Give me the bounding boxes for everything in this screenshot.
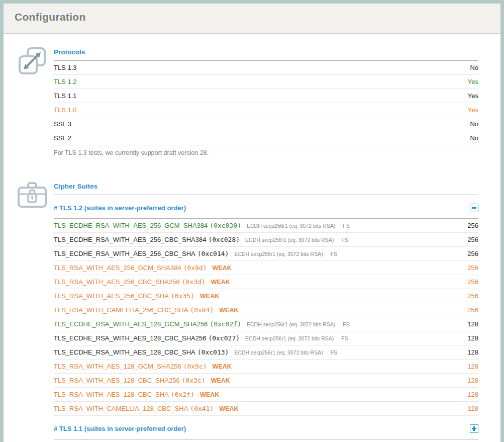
weak-badge: WEAK bbox=[219, 405, 238, 412]
cipher-strength-value: 256 bbox=[467, 250, 478, 257]
cipher-strength-value: 128 bbox=[467, 320, 478, 328]
cipher-suite-name: TLS_RSA_WITH_AES_256_CBC_SHA bbox=[54, 292, 169, 300]
cipher-suite-row: TLS_RSA_WITH_AES_128_CBC_SHA(0x2f)WEAK12… bbox=[54, 388, 478, 402]
cipher-suite-row: TLS_RSA_WITH_AES_256_CBC_SHA256(0x3d)WEA… bbox=[54, 275, 478, 289]
protocol-row: TLS 1.3No bbox=[54, 61, 478, 75]
cipher-suite-code: (0x3d) bbox=[182, 278, 206, 286]
briefcase-lock-icon bbox=[18, 182, 47, 210]
cipher-suite-detail: ECDH secp256r1 (eq. 3072 bits RSA) bbox=[247, 223, 335, 229]
protocol-row: TLS 1.2Yes bbox=[54, 75, 478, 89]
forward-secrecy-label: FS bbox=[343, 223, 349, 229]
cipher-suite-name: TLS_RSA_WITH_AES_128_GCM_SHA256 bbox=[54, 363, 181, 370]
cipher-suite-code: (0xc027) bbox=[208, 334, 240, 342]
cipher-suite-main: TLS_ECDHE_RSA_WITH_AES_256_CBC_SHA384(0x… bbox=[54, 236, 348, 243]
cipher-suites-heading: Cipher Suites bbox=[54, 182, 478, 195]
protocol-name: TLS 1.1 bbox=[54, 92, 77, 100]
protocol-row: SSL 2No bbox=[54, 131, 478, 145]
protocol-row: TLS 1.1Yes bbox=[54, 89, 478, 103]
cipher-suite-code: (0x41) bbox=[190, 405, 214, 412]
cipher-suite-row: TLS_RSA_WITH_AES_128_CBC_SHA256(0x3c)WEA… bbox=[54, 374, 478, 388]
weak-badge: WEAK bbox=[213, 264, 232, 272]
configuration-panel: Configuration Protocols TLS 1.3NoTLS 1.2… bbox=[0, 0, 504, 442]
protocols-heading: Protocols bbox=[54, 47, 478, 61]
cipher-suites-content: Cipher Suites # TLS 1.2 (suites in serve… bbox=[54, 182, 478, 442]
protocol-value: Yes bbox=[468, 78, 478, 85]
cipher-suite-code: (0xc02f) bbox=[210, 320, 241, 328]
weak-badge: WEAK bbox=[213, 363, 232, 370]
cipher-suite-code: (0x9d) bbox=[183, 264, 207, 272]
cipher-strength-value: 128 bbox=[467, 405, 478, 412]
cipher-suite-main: TLS_RSA_WITH_AES_256_CBC_SHA256(0x3d)WEA… bbox=[54, 278, 230, 286]
cipher-suite-row: TLS_ECDHE_RSA_WITH_AES_128_CBC_SHA256(0x… bbox=[54, 331, 478, 345]
cipher-suite-name: TLS_RSA_WITH_AES_256_CBC_SHA256 bbox=[54, 278, 180, 286]
cipher-suite-row: TLS_ECDHE_RSA_WITH_AES_256_CBC_SHA(0xc01… bbox=[54, 247, 478, 261]
cipher-suite-name: TLS_RSA_WITH_CAMELLIA_128_CBC_SHA bbox=[54, 405, 188, 412]
forward-secrecy-label: FS bbox=[341, 237, 348, 243]
protocols-content: Protocols TLS 1.3NoTLS 1.2YesTLS 1.1YesT… bbox=[54, 47, 478, 156]
protocol-name: TLS 1.0 bbox=[54, 106, 77, 114]
weak-badge: WEAK bbox=[200, 391, 219, 398]
cipher-strength-value: 256 bbox=[467, 236, 478, 243]
cipher-strength-value: 256 bbox=[467, 278, 478, 286]
cipher-suites-icon-column bbox=[18, 182, 54, 212]
protocol-value: No bbox=[470, 120, 478, 128]
cipher-strength-value: 128 bbox=[467, 377, 478, 384]
protocol-value: Yes bbox=[468, 106, 478, 114]
cipher-suite-group: # TLS 1.1 (suites in server-preferred or… bbox=[54, 416, 478, 439]
forward-secrecy-label: FS bbox=[343, 321, 349, 327]
cipher-suite-detail: ECDH secp256r1 (eq. 3072 bits RSA) bbox=[247, 321, 335, 327]
cipher-groups: # TLS 1.2 (suites in server-preferred or… bbox=[54, 195, 478, 442]
cipher-suite-main: TLS_RSA_WITH_CAMELLIA_128_CBC_SHA(0x41)W… bbox=[54, 405, 239, 412]
cipher-suite-row: TLS_RSA_WITH_CAMELLIA_128_CBC_SHA(0x41)W… bbox=[54, 402, 478, 416]
protocol-rows: TLS 1.3NoTLS 1.2YesTLS 1.1YesTLS 1.0YesS… bbox=[54, 61, 478, 145]
cipher-suite-code: (0xc028) bbox=[208, 236, 240, 243]
protocols-section: Protocols TLS 1.3NoTLS 1.2YesTLS 1.1YesT… bbox=[18, 47, 478, 156]
weak-badge: WEAK bbox=[200, 293, 219, 300]
cipher-suite-group: # TLS 1.0 (suites in server-preferred or… bbox=[54, 439, 478, 442]
cipher-group-title: # TLS 1.2 (suites in server-preferred or… bbox=[54, 204, 186, 212]
cipher-suite-main: TLS_RSA_WITH_AES_256_CBC_SHA(0x35)WEAK bbox=[54, 292, 219, 300]
cipher-suite-code: (0x3c) bbox=[182, 377, 206, 384]
cipher-strength-value: 256 bbox=[467, 306, 478, 314]
cipher-suite-row: TLS_ECDHE_RSA_WITH_AES_256_GCM_SHA384(0x… bbox=[54, 219, 478, 233]
cipher-suite-group: # TLS 1.2 (suites in server-preferred or… bbox=[54, 195, 478, 416]
cipher-strength-value: 128 bbox=[467, 363, 478, 370]
cipher-suite-name: TLS_ECDHE_RSA_WITH_AES_128_GCM_SHA256 bbox=[54, 320, 208, 328]
cipher-suite-main: TLS_RSA_WITH_AES_128_CBC_SHA256(0x3c)WEA… bbox=[54, 377, 230, 384]
plus-icon[interactable] bbox=[470, 424, 478, 433]
protocol-value: No bbox=[470, 134, 478, 142]
protocol-value: Yes bbox=[468, 92, 478, 100]
page-title: Configuration bbox=[15, 11, 500, 23]
cipher-suite-main: TLS_RSA_WITH_AES_128_CBC_SHA(0x2f)WEAK bbox=[54, 391, 219, 398]
protocol-row: TLS 1.0Yes bbox=[54, 103, 478, 117]
cipher-suite-main: TLS_ECDHE_RSA_WITH_AES_128_CBC_SHA256(0x… bbox=[54, 334, 348, 342]
cipher-suite-detail: ECDH secp256r1 (eq. 3072 bits RSA) bbox=[245, 335, 334, 341]
cipher-suite-name: TLS_ECDHE_RSA_WITH_AES_128_CBC_SHA bbox=[54, 348, 195, 356]
cipher-suite-name: TLS_ECDHE_RSA_WITH_AES_256_CBC_SHA384 bbox=[54, 236, 206, 243]
cipher-suites-section: Cipher Suites # TLS 1.2 (suites in serve… bbox=[18, 182, 478, 442]
expand-arrows-icon bbox=[18, 47, 47, 75]
weak-badge: WEAK bbox=[211, 279, 230, 286]
cipher-suite-main: TLS_RSA_WITH_AES_128_GCM_SHA256(0x9c)WEA… bbox=[54, 363, 232, 370]
cipher-group-header: # TLS 1.2 (suites in server-preferred or… bbox=[54, 195, 478, 219]
panel-header: Configuration bbox=[4, 4, 500, 34]
cipher-strength-value: 128 bbox=[467, 391, 478, 398]
protocol-row: SSL 3No bbox=[54, 117, 478, 131]
cipher-suite-row: TLS_RSA_WITH_AES_128_GCM_SHA256(0x9c)WEA… bbox=[54, 360, 478, 374]
cipher-suite-code: (0x9c) bbox=[183, 363, 207, 370]
cipher-suite-main: TLS_RSA_WITH_CAMELLIA_256_CBC_SHA(0x84)W… bbox=[54, 306, 239, 314]
minus-icon[interactable] bbox=[470, 204, 478, 212]
cipher-suite-main: TLS_RSA_WITH_AES_256_GCM_SHA384(0x9d)WEA… bbox=[54, 264, 232, 272]
cipher-strength-value: 128 bbox=[467, 348, 478, 356]
protocols-note: For TLS 1.3 tests, we currently support … bbox=[54, 145, 478, 156]
cipher-suite-row: TLS_ECDHE_RSA_WITH_AES_128_GCM_SHA256(0x… bbox=[54, 317, 478, 331]
panel-body: Protocols TLS 1.3NoTLS 1.2YesTLS 1.1YesT… bbox=[4, 34, 500, 442]
cipher-strength-value: 256 bbox=[467, 222, 478, 229]
protocol-name: TLS 1.2 bbox=[54, 78, 77, 85]
cipher-suite-list: TLS_ECDHE_RSA_WITH_AES_256_GCM_SHA384(0x… bbox=[54, 219, 478, 416]
forward-secrecy-label: FS bbox=[341, 335, 348, 341]
cipher-strength-value: 256 bbox=[467, 292, 478, 300]
cipher-group-header: # TLS 1.1 (suites in server-preferred or… bbox=[54, 416, 478, 439]
cipher-strength-value: 128 bbox=[467, 334, 478, 342]
cipher-suite-main: TLS_ECDHE_RSA_WITH_AES_256_CBC_SHA(0xc01… bbox=[54, 250, 337, 257]
